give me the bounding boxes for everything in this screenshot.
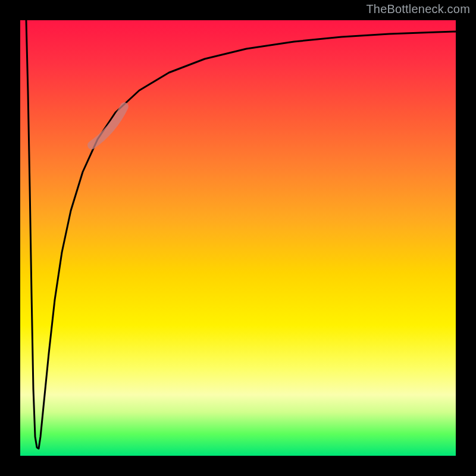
curve-highlight [92, 107, 124, 145]
chart-container: TheBottleneck.com [0, 0, 476, 476]
curve-line [26, 20, 456, 449]
chart-svg [20, 20, 456, 456]
attribution-label: TheBottleneck.com [366, 2, 470, 16]
plot-area [20, 20, 456, 456]
